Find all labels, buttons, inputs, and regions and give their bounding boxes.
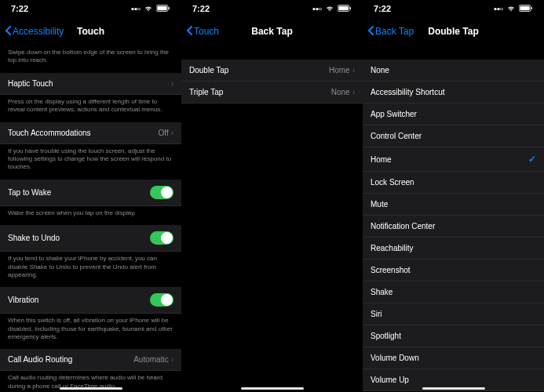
wifi-icon	[325, 4, 334, 13]
chevron-left-icon	[186, 26, 192, 38]
row-label: Shake to Undo	[8, 234, 60, 242]
chevron-right-icon: ›	[171, 79, 173, 88]
toggle-switch[interactable]	[150, 293, 173, 307]
back-button[interactable]: Touch	[186, 26, 219, 38]
option-label: Accessibility Shortcut	[371, 88, 444, 96]
option-row[interactable]: App Switcher	[363, 103, 544, 125]
triple-tap-row[interactable]: Triple Tap None ›	[181, 82, 363, 103]
row-value: None	[331, 88, 350, 96]
option-label: Reachability	[371, 244, 413, 252]
nav-bar: Accessibility Touch	[0, 17, 181, 45]
option-label: Shake	[371, 288, 392, 296]
accomm-desc: If you have trouble using the touch scre…	[0, 144, 181, 180]
row-label: Call Audio Routing	[8, 355, 72, 364]
option-label: Siri	[371, 310, 382, 318]
screen-touch: 7:22 ▪▪▫ Accessibility Touch Swipe down …	[0, 0, 181, 392]
battery-icon	[156, 4, 170, 13]
signal-icon: ▪▪▫	[131, 4, 141, 13]
home-indicator[interactable]	[60, 387, 122, 390]
back-button[interactable]: Accessibility	[5, 26, 64, 38]
row-value: Home	[329, 66, 350, 74]
chevron-right-icon: ›	[171, 355, 173, 364]
content: NoneAccessibility ShortcutApp SwitcherCo…	[363, 45, 544, 392]
svg-rect-7	[520, 6, 529, 10]
row-value: Off	[159, 129, 169, 137]
option-row[interactable]: Accessibility Shortcut	[363, 82, 544, 103]
row-label: Vibration	[8, 296, 38, 304]
haptic-desc: Press on the display using a different l…	[0, 95, 181, 122]
option-label: Notification Center	[371, 222, 435, 230]
status-time: 7:22	[11, 4, 28, 13]
haptic-touch-row[interactable]: Haptic Touch ›	[0, 73, 181, 95]
status-time: 7:22	[374, 4, 391, 13]
screen-double-tap: 7:22 ▪▪▫ Back Tap Double Tap NoneAccessi…	[363, 0, 544, 392]
touch-accommodations-row[interactable]: Touch Accommodations Off ›	[0, 122, 181, 144]
svg-rect-2	[169, 7, 170, 9]
status-bar: 7:22 ▪▪▫	[0, 0, 181, 17]
call-audio-routing-row[interactable]: Call Audio Routing Automatic ›	[0, 349, 181, 371]
status-icons: ▪▪▫	[494, 4, 533, 13]
option-row[interactable]: None	[363, 60, 544, 82]
option-row[interactable]: Siri	[363, 303, 544, 325]
option-row[interactable]: Home✓	[363, 147, 544, 172]
nav-bar: Touch Back Tap	[181, 17, 363, 45]
chevron-right-icon: ›	[171, 129, 173, 137]
option-label: Home	[371, 155, 392, 164]
option-label: Spotlight	[371, 332, 401, 340]
content: Swipe down on the bottom edge of the scr…	[0, 45, 181, 392]
row-value: Automatic	[133, 355, 168, 364]
battery-icon	[519, 4, 533, 13]
nav-bar: Back Tap Double Tap	[363, 17, 544, 45]
status-time: 7:22	[192, 4, 210, 13]
row-label: Haptic Touch	[8, 79, 53, 88]
home-indicator[interactable]	[241, 387, 304, 390]
option-row[interactable]: Control Center	[363, 125, 544, 147]
vibration-row: Vibration	[0, 287, 181, 314]
row-label: Touch Accommodations	[8, 129, 91, 137]
wifi-icon	[506, 4, 516, 13]
status-bar: 7:22 ▪▪▫	[181, 0, 363, 17]
svg-rect-5	[350, 7, 351, 9]
back-label: Accessibility	[13, 26, 64, 37]
option-row[interactable]: Notification Center	[363, 216, 544, 238]
option-row[interactable]: Reachability	[363, 238, 544, 260]
back-label: Touch	[194, 26, 219, 37]
svg-rect-1	[157, 6, 166, 10]
back-label: Back Tap	[375, 26, 414, 37]
signal-icon: ▪▪▫	[312, 4, 322, 13]
chevron-right-icon: ›	[352, 66, 355, 74]
option-label: Lock Screen	[371, 178, 414, 187]
tapwake-desc: Wake the screen when you tap on the disp…	[0, 206, 181, 225]
content: Double Tap Home › Triple Tap None ›	[181, 45, 363, 392]
option-row[interactable]: Mute	[363, 194, 544, 216]
option-label: Screenshot	[371, 266, 411, 274]
option-row[interactable]: Shake	[363, 281, 544, 303]
option-row[interactable]: Lock Screen	[363, 172, 544, 194]
option-row[interactable]: Volume Down	[363, 347, 544, 369]
status-icons: ▪▪▫	[131, 4, 170, 13]
svg-rect-4	[338, 6, 348, 10]
battery-icon	[338, 4, 352, 13]
screen-back-tap: 7:22 ▪▪▫ Touch Back Tap Double Tap Home …	[181, 0, 363, 392]
wifi-icon	[144, 4, 153, 13]
chevron-right-icon: ›	[352, 88, 355, 96]
option-label: Volume Up	[371, 376, 409, 384]
chevron-left-icon	[367, 26, 374, 38]
vibration-desc: When this switch is off, all vibration o…	[0, 314, 181, 349]
toggle-switch[interactable]	[150, 186, 173, 199]
row-label: Tap to Wake	[8, 188, 51, 197]
check-icon: ✓	[528, 154, 536, 165]
option-label: Volume Down	[371, 354, 419, 362]
toggle-switch[interactable]	[150, 231, 173, 245]
home-indicator[interactable]	[422, 387, 485, 390]
double-tap-row[interactable]: Double Tap Home ›	[181, 60, 363, 82]
tap-to-wake-row: Tap to Wake	[0, 180, 181, 206]
option-row[interactable]: Screenshot	[363, 260, 544, 281]
option-row[interactable]: Spotlight	[363, 325, 544, 347]
option-label: Mute	[371, 200, 388, 209]
status-bar: 7:22 ▪▪▫	[363, 0, 544, 17]
back-button[interactable]: Back Tap	[367, 26, 414, 38]
row-label: Triple Tap	[189, 88, 223, 96]
shake-desc: If you tend to shake your iPhone by acci…	[0, 252, 181, 287]
reachability-desc: Swipe down on the bottom edge of the scr…	[0, 45, 181, 73]
